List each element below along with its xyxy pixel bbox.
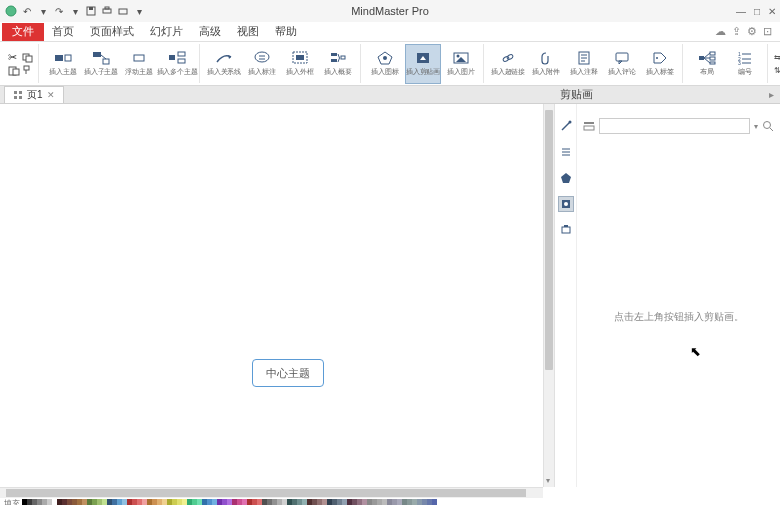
- svg-rect-60: [14, 91, 17, 94]
- hscroll-row: [0, 487, 780, 498]
- menu-page-style[interactable]: 页面样式: [82, 22, 142, 41]
- iconmark-icon: [376, 50, 394, 66]
- document-tab[interactable]: 页1 ✕: [4, 86, 64, 103]
- insert-attachment-button[interactable]: 插入附件: [528, 44, 564, 84]
- menu-bar: 文件 首页 页面样式 幻灯片 高级 视图 帮助 ☁ ⇪ ⚙ ⊡: [0, 22, 780, 42]
- clipart-search-input[interactable]: [599, 118, 750, 134]
- svg-rect-18: [169, 55, 175, 60]
- svg-rect-4: [105, 7, 109, 9]
- doc-tab-label: 页1: [27, 88, 43, 102]
- vscroll-down-icon[interactable]: ▾: [546, 476, 550, 485]
- insert-hyperlink-button[interactable]: 插入超链接: [490, 44, 526, 84]
- insert-topic-button[interactable]: 插入主题: [45, 44, 81, 84]
- insert-summary-button[interactable]: 插入概要: [320, 44, 356, 84]
- svg-point-31: [383, 56, 387, 60]
- qat-sep2: ▾: [68, 4, 82, 18]
- layout-button[interactable]: 布局: [689, 44, 725, 84]
- undo-icon[interactable]: ↶: [20, 4, 34, 18]
- insert-clipart-button[interactable]: 插入剪贴画: [405, 44, 441, 84]
- tag-icon: [651, 50, 669, 66]
- side-tab-clipart[interactable]: [558, 196, 574, 212]
- attachment-icon: [537, 50, 555, 66]
- print-icon[interactable]: [100, 4, 114, 18]
- share-icon[interactable]: ⇪: [732, 25, 741, 38]
- doc-tab-close-icon[interactable]: ✕: [47, 90, 55, 100]
- menu-slideshow[interactable]: 幻灯片: [142, 22, 191, 41]
- canvas[interactable]: 中心主题: [2, 106, 543, 487]
- insert-note-button[interactable]: 插入注释: [566, 44, 602, 84]
- main-area: 中心主题 ▾ ▾ 点击左上角按钮插入剪贴画。: [0, 104, 780, 487]
- format-painter-icon[interactable]: [22, 65, 34, 75]
- insert-tag-button[interactable]: 插入标签: [642, 44, 678, 84]
- svg-rect-26: [296, 55, 304, 60]
- svg-point-46: [656, 57, 658, 59]
- svg-line-51: [704, 53, 710, 58]
- panel-collapse-icon[interactable]: ▸: [769, 89, 774, 100]
- side-tab-outline[interactable]: [558, 144, 574, 160]
- svg-point-38: [506, 54, 513, 60]
- insert-picture-button[interactable]: 插入图片: [443, 44, 479, 84]
- user-icon[interactable]: ⚙: [747, 25, 757, 38]
- floating-topic-button[interactable]: 浮动主题: [121, 44, 157, 84]
- numbering-button[interactable]: 123 编号: [727, 44, 763, 84]
- svg-rect-47: [699, 56, 704, 60]
- svg-line-16: [101, 55, 106, 59]
- insert-multiple-button[interactable]: 插入多个主题: [159, 44, 195, 84]
- comment-icon: [613, 50, 631, 66]
- side-tab-iconlib[interactable]: [558, 170, 574, 186]
- vertical-scrollbar[interactable]: ▾: [543, 104, 554, 487]
- insert-icon-button[interactable]: 插入图标: [367, 44, 403, 84]
- file-menu[interactable]: 文件: [2, 23, 44, 41]
- layout-icon: [698, 50, 716, 66]
- svg-rect-15: [103, 59, 109, 64]
- insert-subtopic-button[interactable]: 插入子主题: [83, 44, 119, 84]
- svg-rect-43: [616, 53, 628, 61]
- svg-rect-17: [134, 55, 144, 61]
- menu-home[interactable]: 首页: [44, 22, 82, 41]
- app-icon[interactable]: [4, 4, 18, 18]
- insert-boundary-button[interactable]: 插入外框: [282, 44, 318, 84]
- side-tab-wand[interactable]: [558, 118, 574, 134]
- help-icon[interactable]: ⊡: [763, 25, 772, 38]
- numbering-icon: 123: [736, 50, 754, 66]
- title-bar: ↶ ▾ ↷ ▾ ▾ MindMaster Pro — □ ✕: [0, 0, 780, 22]
- menu-view[interactable]: 视图: [229, 22, 267, 41]
- cut-icon[interactable]: ✂: [8, 51, 20, 64]
- hscroll-thumb[interactable]: [6, 489, 526, 497]
- svg-rect-50: [710, 62, 715, 64]
- cloud-icon[interactable]: ☁: [715, 25, 726, 38]
- search-icon[interactable]: [762, 120, 774, 132]
- copy-icon[interactable]: [22, 53, 34, 63]
- category-icon[interactable]: [583, 120, 595, 132]
- menu-help[interactable]: 帮助: [267, 22, 305, 41]
- insert-comment-button[interactable]: 插入评论: [604, 44, 640, 84]
- horizontal-scrollbar[interactable]: [0, 487, 543, 498]
- save-icon[interactable]: [84, 4, 98, 18]
- svg-rect-73: [564, 225, 568, 227]
- redo-icon[interactable]: ↷: [52, 4, 66, 18]
- close-button[interactable]: ✕: [768, 6, 776, 17]
- picture-icon: [452, 50, 470, 66]
- vscroll-thumb[interactable]: [545, 110, 553, 370]
- insert-relation-button[interactable]: 插入关系线: [206, 44, 242, 84]
- search-dropdown-icon[interactable]: ▾: [754, 122, 758, 131]
- svg-rect-28: [331, 59, 337, 62]
- open-icon[interactable]: [116, 4, 130, 18]
- maximize-button[interactable]: □: [754, 6, 760, 17]
- svg-rect-3: [103, 9, 111, 13]
- palette-label: 填充: [4, 498, 20, 506]
- vspacing-icon: ⇅: [774, 66, 780, 75]
- central-topic[interactable]: 中心主题: [252, 359, 324, 387]
- svg-rect-7: [13, 69, 19, 75]
- minimize-button[interactable]: —: [736, 6, 746, 17]
- qat-dropdown-icon[interactable]: ▾: [132, 4, 146, 18]
- svg-line-64: [562, 122, 570, 130]
- summary-icon: [329, 50, 347, 66]
- paste-icon[interactable]: [8, 66, 20, 76]
- boundary-icon: [291, 50, 309, 66]
- svg-rect-12: [55, 55, 63, 61]
- insert-callout-button[interactable]: 插入标注: [244, 44, 280, 84]
- color-swatch[interactable]: [432, 499, 437, 505]
- side-tab-task[interactable]: [558, 222, 574, 238]
- menu-advanced[interactable]: 高级: [191, 22, 229, 41]
